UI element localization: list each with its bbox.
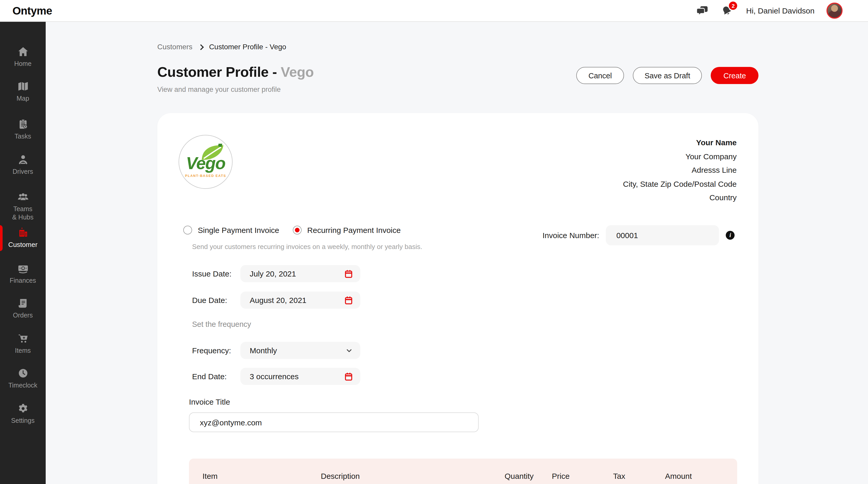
radio-single-payment[interactable]: Single Payment Invoice <box>183 226 279 234</box>
due-date-label: Due Date: <box>192 296 240 304</box>
invoice-title-input[interactable] <box>189 412 478 432</box>
calendar-icon[interactable] <box>344 269 353 278</box>
sidebar-item-items[interactable]: Items <box>0 332 46 355</box>
end-date-field[interactable]: 3 occurrences <box>240 368 360 385</box>
calendar-icon[interactable] <box>344 372 353 381</box>
notification-badge: 2 <box>729 1 738 9</box>
issue-date-row: Issue Date: July 20, 2021 <box>192 265 360 282</box>
orders-icon <box>17 297 29 309</box>
page-title-customer: Vego <box>281 64 314 80</box>
customer-icon <box>17 226 29 238</box>
col-item: Item <box>203 471 321 480</box>
topbar: Ontyme 2 Hi, Daniel Davidson <box>0 0 868 22</box>
teams-icon <box>17 191 29 203</box>
topbar-right: 2 Hi, Daniel Davidson <box>696 3 843 19</box>
sidebar-item-timeclock[interactable]: Timeclock <box>0 367 46 390</box>
user-greeting: Hi, Daniel Davidson <box>746 6 814 15</box>
map-icon <box>17 80 29 92</box>
col-description: Description <box>321 471 505 480</box>
avatar[interactable] <box>827 3 843 19</box>
invoice-number-label: Invoice Number: <box>542 231 599 240</box>
sidebar-item-tasks[interactable]: Tasks <box>0 118 46 141</box>
settings-icon <box>17 402 29 415</box>
invoice-card: Vego PLANT-BASED EATS Your Name Your Com… <box>157 113 758 484</box>
page-subtitle: View and manage your customer profile <box>157 86 314 93</box>
leaf-icon <box>200 144 226 161</box>
finances-icon <box>17 262 29 275</box>
sidebar-item-customer[interactable]: Customer <box>0 226 46 249</box>
breadcrumb: Customers Customer Profile - Vego <box>157 22 758 51</box>
page-title: Customer Profile - Vego <box>157 64 314 80</box>
save-as-draft-button[interactable]: Save as Draft <box>632 67 702 84</box>
sidebar-item-map[interactable]: Map <box>0 80 46 103</box>
calendar-icon[interactable] <box>344 295 353 305</box>
frequency-select[interactable]: Monthly <box>240 342 360 359</box>
frequency-heading: Set the frequency <box>192 320 251 328</box>
billing-country: Country <box>623 191 737 205</box>
drivers-icon <box>17 154 29 165</box>
sidebar-item-teams-hubs[interactable]: Teams & Hubs <box>0 191 46 222</box>
radio-recurring-payment[interactable]: Recurring Payment Invoice <box>293 226 401 234</box>
billing-info: Your Name Your Company Adresss Line City… <box>623 136 737 205</box>
col-amount: Amount <box>665 471 737 480</box>
recurring-helper-text: Send your customers recurring invoices o… <box>192 243 422 251</box>
invoice-type-options: Single Payment Invoice Recurring Payment… <box>183 226 401 234</box>
billing-name: Your Name <box>623 136 737 150</box>
sidebar: Home Map Tasks Drivers Teams & Hubs Cust… <box>0 22 46 484</box>
tasks-icon <box>17 118 29 130</box>
due-date-field[interactable]: August 20, 2021 <box>240 292 360 309</box>
sidebar-item-drivers[interactable]: Drivers <box>0 154 46 176</box>
home-icon <box>17 46 29 58</box>
end-date-label: End Date: <box>192 372 240 381</box>
radio-icon-unchecked[interactable] <box>183 226 192 234</box>
customer-logo-tagline: PLANT-BASED EATS <box>185 174 226 178</box>
items-icon <box>17 332 29 345</box>
chevron-right-icon <box>198 44 204 50</box>
billing-city: City, State Zip Code/Postal Code <box>623 177 737 191</box>
sidebar-item-finances[interactable]: Finances <box>0 262 46 285</box>
issue-date-field[interactable]: July 20, 2021 <box>240 265 360 282</box>
frequency-row: Frequency: Monthly <box>192 342 360 359</box>
customer-logo: Vego PLANT-BASED EATS <box>179 135 232 189</box>
app-window: Ontyme 2 Hi, Daniel Davidson <box>0 0 868 484</box>
end-date-row: End Date: 3 occurrences <box>192 368 360 385</box>
page-header: Customer Profile - Vego View and manage … <box>157 64 758 93</box>
main-content: Customers Customer Profile - Vego Custom… <box>46 22 868 484</box>
radio-icon-checked[interactable] <box>293 226 302 234</box>
timeclock-icon <box>17 367 29 379</box>
col-tax: Tax <box>613 471 665 480</box>
app-logo: Ontyme <box>12 4 52 17</box>
sidebar-item-orders[interactable]: Orders <box>0 297 46 320</box>
breadcrumb-customers-link[interactable]: Customers <box>157 42 192 51</box>
sidebar-item-home[interactable]: Home <box>0 46 46 68</box>
invoice-number-input[interactable] <box>606 225 719 246</box>
create-button[interactable]: Create <box>711 67 758 84</box>
due-date-row: Due Date: August 20, 2021 <box>192 292 360 309</box>
info-icon[interactable]: i <box>726 231 735 240</box>
items-table-header: Item Description Quantity Price Tax Amou… <box>189 459 737 484</box>
notifications-button[interactable]: 2 <box>721 4 733 17</box>
chat-icon[interactable] <box>696 4 709 17</box>
action-buttons: Cancel Save as Draft Create <box>577 67 758 84</box>
issue-date-label: Issue Date: <box>192 269 240 278</box>
chevron-down-icon[interactable] <box>345 347 353 354</box>
billing-company: Your Company <box>623 150 737 163</box>
col-quantity: Quantity <box>505 471 552 480</box>
billing-address: Adresss Line <box>623 163 737 177</box>
sidebar-item-settings[interactable]: Settings <box>0 402 46 425</box>
breadcrumb-current: Customer Profile - Vego <box>209 42 286 51</box>
invoice-title-label: Invoice Title <box>189 397 230 406</box>
frequency-label: Frequency: <box>192 346 240 355</box>
col-price: Price <box>552 471 613 480</box>
invoice-number-group: Invoice Number: i <box>542 225 735 246</box>
cancel-button[interactable]: Cancel <box>577 67 624 84</box>
